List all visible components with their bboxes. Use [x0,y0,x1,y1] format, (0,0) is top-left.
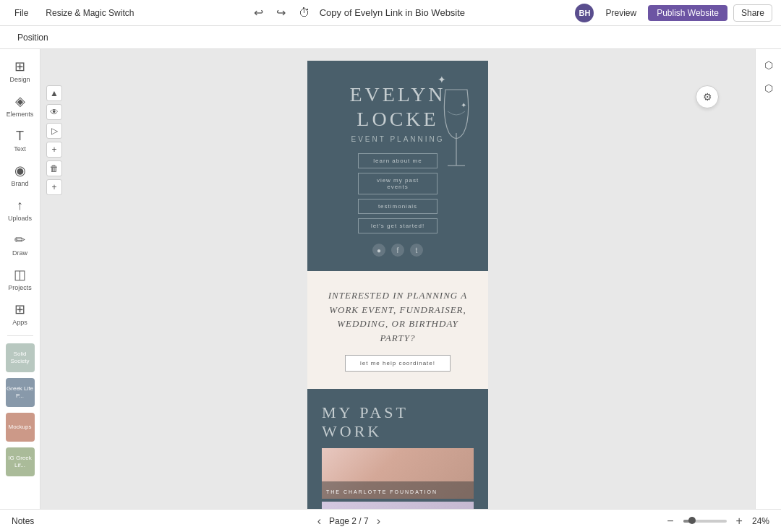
past-work-image-1: THE CHARLOTTE FOUNDATION [322,448,474,499]
past-work-label: THE CHARLOTTE FOUNDATION [326,489,438,494]
brand-icon: ◉ [14,163,26,179]
top-bar-right: BH Preview Publish Website Share [575,4,772,22]
sub-toolbar: Position [0,26,781,49]
bottom-center: ‹ Page 2 / 7 › [315,515,383,528]
apps-icon: ⊞ [14,301,25,317]
zoom-bar-thumb[interactable] [688,517,696,524]
sidebar-template-ig-greek[interactable]: IG Greek Lif... [6,447,35,476]
canvas-ctrl-add[interactable]: + [46,142,62,158]
magic-fab-button[interactable]: ⚙ [696,85,719,108]
canvas-area[interactable]: ▲ 👁 ▷ + 🗑 + ⚙ ✦ ✦ [40,49,755,509]
canvas-ctrl-more[interactable]: + [46,179,62,195]
publish-button[interactable]: Publish Website [648,5,727,21]
bottom-bar: Notes ‹ Page 2 / 7 › − + 24% [0,509,781,532]
design-icon: ⊞ [14,59,25,74]
social-icon-instagram[interactable]: ● [372,244,385,257]
sidebar-template-mockups[interactable]: Mockups [6,413,35,442]
sidebar-label-design: Design [9,76,30,83]
projects-icon: ◫ [14,267,26,283]
sidebar-template-greek-life[interactable]: Greek Life P... [6,378,35,407]
template-label-1: Solid Society [6,351,35,364]
sidebar-item-draw[interactable]: ✏ Draw [4,228,36,260]
share-button[interactable]: Share [733,4,772,22]
document-title: Copy of Evelyn Link in Bio Website [320,7,465,18]
zoom-out-button[interactable]: − [663,513,677,529]
text-icon: T [16,129,24,144]
zoom-level: 24% [752,516,769,526]
sidebar-item-projects[interactable]: ◫ Projects [4,263,36,295]
right-sidebar: ⬡ ⬡ [755,49,781,509]
sidebar-label-projects: Projects [8,284,32,291]
resize-magic-switch[interactable]: Resize & Magic Switch [40,6,140,20]
sidebar-item-elements[interactable]: ◈ Elements [4,90,36,121]
file-menu[interactable]: File [9,6,34,20]
timer-button[interactable]: ⏱ [295,5,314,21]
right-tool-2[interactable]: ⬡ [759,78,779,98]
sidebar-divider [7,335,33,336]
sidebar-template-solid-society[interactable]: Solid Society [6,343,35,372]
social-icon-twitter[interactable]: t [410,244,423,257]
mid-heading: INTERESTED IN PLANNING A WORK EVENT, FUN… [322,288,474,345]
bottom-right: − + 24% [663,513,769,529]
left-sidebar: ⊞ Design ◈ Elements T Text ◉ Brand ↑ Upl… [0,49,40,509]
canvas-side-controls: ▲ 👁 ▷ + 🗑 + [46,85,62,195]
mid-coordinate-button[interactable]: let me help coordinate! [345,355,451,372]
undo-button[interactable]: ↩ [250,4,267,21]
position-button[interactable]: Position [12,31,54,44]
sidebar-label-apps: Apps [12,319,27,326]
draw-icon: ✏ [14,232,25,248]
website-past-section: MY PAST WORK THE CHARLOTTE FOUNDATION [307,389,488,509]
right-tool-1[interactable]: ⬡ [759,55,779,75]
canvas-ctrl-right[interactable]: ▷ [46,123,62,139]
sidebar-label-text: Text [14,145,26,153]
elements-icon: ◈ [15,93,25,109]
canvas-ctrl-up[interactable]: ▲ [46,85,62,101]
sidebar-item-brand[interactable]: ◉ Brand [4,159,36,191]
next-page-button[interactable]: › [375,515,383,528]
uploads-icon: ↑ [17,198,23,213]
sidebar-label-uploads: Uploads [8,215,32,222]
website-btn-past-events[interactable]: view my past events [358,173,438,194]
sidebar-label-brand: Brand [11,180,28,187]
sidebar-item-apps[interactable]: ⊞ Apps [4,298,36,330]
past-work-image-overlay: THE CHARLOTTE FOUNDATION [322,481,474,499]
template-label-3: Mockups [8,424,31,431]
top-bar: File Resize & Magic Switch ↩ ↪ ⏱ Copy of… [0,0,781,26]
bottom-left: Notes [12,516,34,526]
canvas-content: ✦ ✦ EVELYN [307,61,488,509]
preview-button[interactable]: Preview [599,6,642,20]
website-mid-section: INTERESTED IN PLANNING A WORK EVENT, FUN… [307,271,488,389]
past-work-title: MY PAST WORK [322,403,474,441]
notes-button[interactable]: Notes [12,516,34,526]
website-btn-testimonials[interactable]: testimonials [358,199,438,214]
page-indicator: Page 2 / 7 [329,516,369,526]
website-buttons: learn about me view my past events testi… [358,153,438,233]
template-label-4: IG Greek Lif... [6,455,35,468]
social-icons: ● f t [372,244,423,257]
prev-page-button[interactable]: ‹ [315,515,323,528]
sidebar-label-elements: Elements [7,111,34,118]
canvas-fab: ⚙ [696,85,719,108]
top-bar-center: ↩ ↪ ⏱ Copy of Evelyn Link in Bio Website [250,4,465,21]
website-btn-learn[interactable]: learn about me [358,153,438,168]
past-work-image-2 [322,502,474,509]
sidebar-label-draw: Draw [12,249,27,257]
website-header-section: ✦ ✦ EVELYN [307,61,488,271]
website-btn-get-started[interactable]: let's get started! [358,218,438,233]
zoom-in-button[interactable]: + [733,513,746,529]
website-name: EVELYN LOCKE [349,82,445,131]
sidebar-item-uploads[interactable]: ↑ Uploads [4,194,36,226]
zoom-bar[interactable] [683,520,727,523]
sidebar-item-text[interactable]: T Text [4,124,36,156]
main-area: ⊞ Design ◈ Elements T Text ◉ Brand ↑ Upl… [0,49,781,509]
template-label-2: Greek Life P... [6,385,35,399]
redo-button[interactable]: ↪ [273,4,289,21]
wine-glass-decoration [435,82,478,184]
canvas-ctrl-eye[interactable]: 👁 [46,104,62,120]
canvas-ctrl-delete[interactable]: 🗑 [46,160,62,176]
avatar[interactable]: BH [575,4,594,22]
website-subtitle: EVENT PLANNING [351,135,444,143]
social-icon-facebook[interactable]: f [391,244,404,257]
top-bar-left: File Resize & Magic Switch [9,6,140,20]
sidebar-item-design[interactable]: ⊞ Design [4,55,36,87]
